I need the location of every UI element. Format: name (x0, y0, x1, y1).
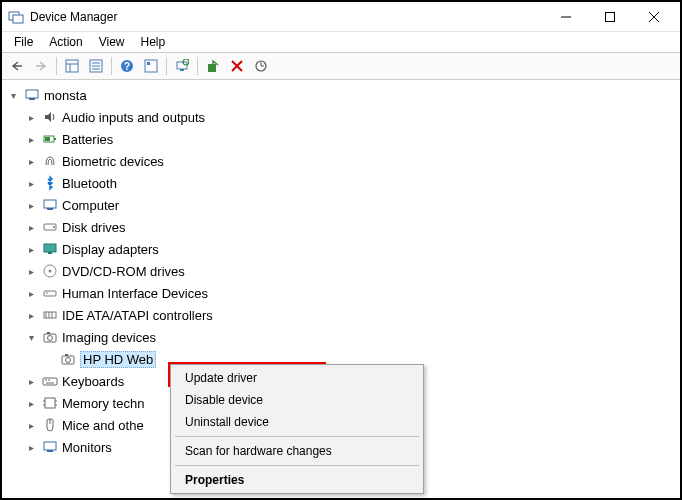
webcam-icon (60, 351, 76, 367)
hid-icon (42, 285, 58, 301)
svg-rect-28 (45, 137, 50, 141)
scan-hardware-icon[interactable] (171, 55, 193, 77)
tree-root-label: monsta (44, 88, 87, 103)
svg-rect-20 (208, 64, 216, 72)
svg-rect-25 (29, 98, 35, 100)
svg-rect-33 (44, 244, 56, 252)
toolbar-separator (111, 57, 112, 75)
minimize-button[interactable] (544, 3, 588, 31)
tree-category-computer[interactable]: ▸ Computer (2, 194, 680, 216)
context-menu-separator (175, 436, 419, 437)
ctx-scan-hardware[interactable]: Scan for hardware changes (173, 440, 421, 462)
help-icon[interactable]: ? (116, 55, 138, 77)
svg-rect-49 (43, 378, 57, 385)
tree-category-batteries[interactable]: ▸ Batteries (2, 128, 680, 150)
svg-rect-3 (606, 12, 615, 21)
chevron-right-icon[interactable]: ▸ (24, 264, 38, 278)
tree-category-dvd[interactable]: ▸ DVD/CD-ROM drives (2, 260, 680, 282)
svg-rect-18 (180, 69, 184, 71)
menu-action[interactable]: Action (41, 33, 90, 51)
chevron-right-icon[interactable]: ▸ (24, 440, 38, 454)
svg-rect-37 (44, 291, 56, 296)
toolbar-separator (166, 57, 167, 75)
svg-rect-1 (13, 15, 23, 23)
svg-rect-60 (47, 450, 53, 452)
svg-rect-53 (45, 398, 55, 408)
svg-point-32 (53, 226, 55, 228)
window-title: Device Manager (30, 10, 544, 24)
tree-category-biometric[interactable]: ▸ Biometric devices (2, 150, 680, 172)
device-manager-icon (8, 9, 24, 25)
uninstall-icon[interactable] (226, 55, 248, 77)
selected-device-label: HP HD Web (80, 351, 156, 368)
chevron-right-icon[interactable]: ▸ (24, 396, 38, 410)
svg-point-44 (48, 336, 53, 341)
action-icon[interactable] (140, 55, 162, 77)
maximize-button[interactable] (588, 3, 632, 31)
svg-rect-34 (48, 252, 52, 254)
toolbar: ? (2, 52, 680, 80)
properties-icon[interactable] (85, 55, 107, 77)
ide-icon (42, 307, 58, 323)
svg-rect-48 (65, 354, 68, 356)
chevron-right-icon[interactable]: ▸ (24, 154, 38, 168)
svg-text:?: ? (124, 61, 130, 72)
chevron-right-icon[interactable]: ▸ (24, 132, 38, 146)
svg-rect-59 (44, 442, 56, 450)
chevron-right-icon[interactable]: ▸ (24, 220, 38, 234)
toolbar-separator (56, 57, 57, 75)
chevron-right-icon[interactable]: ▸ (24, 110, 38, 124)
bluetooth-icon (42, 175, 58, 191)
chevron-right-icon[interactable]: ▸ (24, 418, 38, 432)
ctx-update-driver[interactable]: Update driver (173, 367, 421, 389)
computer-icon (42, 197, 58, 213)
tree-root[interactable]: ▾ monsta (2, 84, 680, 106)
disk-icon (42, 219, 58, 235)
battery-icon (42, 131, 58, 147)
ctx-disable-device[interactable]: Disable device (173, 389, 421, 411)
chevron-right-icon[interactable]: ▸ (24, 176, 38, 190)
svg-rect-45 (47, 332, 50, 334)
svg-rect-6 (66, 60, 78, 72)
tree-category-imaging[interactable]: ▾ Imaging devices (2, 326, 680, 348)
monitor-icon (42, 439, 58, 455)
keyboard-icon (42, 373, 58, 389)
menu-view[interactable]: View (91, 33, 133, 51)
tree-category-ide[interactable]: ▸ IDE ATA/ATAPI controllers (2, 304, 680, 326)
ctx-uninstall-device[interactable]: Uninstall device (173, 411, 421, 433)
dvd-icon (42, 263, 58, 279)
back-arrow-icon[interactable] (6, 55, 28, 77)
chevron-right-icon[interactable]: ▸ (24, 242, 38, 256)
chevron-right-icon[interactable]: ▸ (24, 198, 38, 212)
menubar: File Action View Help (2, 32, 680, 52)
svg-point-47 (66, 358, 71, 363)
window-controls (544, 3, 676, 31)
tree-category-bluetooth[interactable]: ▸ Bluetooth (2, 172, 680, 194)
chevron-right-icon[interactable]: ▸ (24, 308, 38, 322)
tree-category-display[interactable]: ▸ Display adapters (2, 238, 680, 260)
show-hidden-icon[interactable] (61, 55, 83, 77)
svg-rect-24 (26, 90, 38, 98)
memory-icon (42, 395, 58, 411)
svg-rect-15 (145, 60, 157, 72)
enable-device-icon[interactable] (202, 55, 224, 77)
tree-category-disk[interactable]: ▸ Disk drives (2, 216, 680, 238)
chevron-down-icon[interactable]: ▾ (6, 88, 20, 102)
chevron-right-icon[interactable]: ▸ (24, 374, 38, 388)
menu-help[interactable]: Help (133, 33, 174, 51)
display-icon (42, 241, 58, 257)
context-menu: Update driver Disable device Uninstall d… (170, 364, 424, 494)
svg-point-36 (49, 270, 52, 273)
ctx-properties[interactable]: Properties (173, 469, 421, 491)
close-button[interactable] (632, 3, 676, 31)
forward-arrow-icon[interactable] (30, 55, 52, 77)
menu-file[interactable]: File (6, 33, 41, 51)
chevron-down-icon[interactable]: ▾ (24, 330, 38, 344)
svg-rect-29 (44, 200, 56, 208)
update-driver-icon[interactable] (250, 55, 272, 77)
fingerprint-icon (42, 153, 58, 169)
chevron-right-icon[interactable]: ▸ (24, 286, 38, 300)
tree-category-hid[interactable]: ▸ Human Interface Devices (2, 282, 680, 304)
tree-category-audio[interactable]: ▸ Audio inputs and outputs (2, 106, 680, 128)
context-menu-separator (175, 465, 419, 466)
